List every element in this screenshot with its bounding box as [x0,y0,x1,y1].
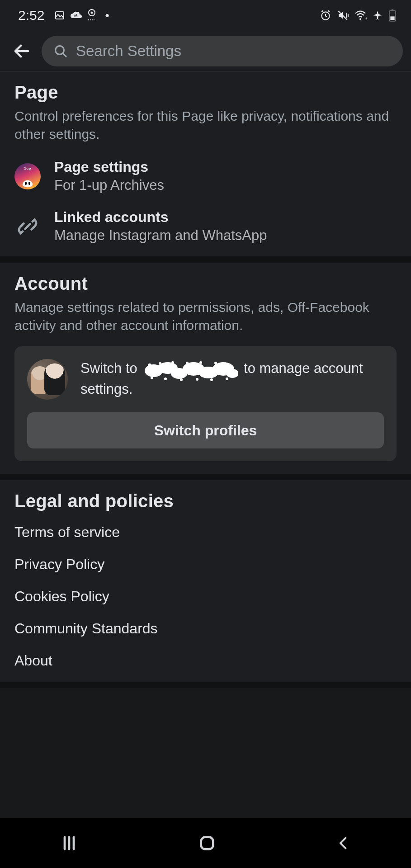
nav-back-button[interactable] [336,834,351,852]
profile-avatar [27,359,68,400]
cookies-policy-link[interactable]: Cookies Policy [14,588,397,605]
search-input[interactable]: Search Settings [42,36,403,66]
linked-accounts-sub: Manage Instagram and WhatsApp [54,227,267,244]
alarm-icon [320,9,331,21]
svg-point-29 [226,377,228,380]
status-right-icons: + [320,9,397,22]
svg-point-21 [186,362,189,364]
vibrate-mute-icon [337,9,349,21]
svg-point-20 [171,361,174,364]
switch-msg-prefix: Switch to [80,360,141,376]
legal-section: Legal and policies Terms of service Priv… [0,480,411,682]
search-placeholder: Search Settings [76,42,181,60]
svg-point-28 [210,378,213,381]
link-icon [16,215,39,238]
wifi-icon: + [354,10,367,20]
linked-accounts-label: Linked accounts [54,209,267,226]
status-bar: 2:52 ⇄ • + [0,0,411,31]
page-section: Page Control preferences for this Page l… [0,71,411,256]
back-button[interactable] [11,40,33,62]
android-nav-bar [0,818,411,868]
battery-icon [388,9,397,22]
svg-point-27 [196,378,198,381]
svg-point-26 [180,378,183,381]
page-avatar-icon: 1up [14,163,41,189]
account-section-subtitle: Manage settings related to permissions, … [14,298,397,335]
svg-point-5 [359,18,361,20]
svg-point-25 [164,377,167,380]
svg-rect-9 [392,9,394,11]
switch-profile-message: Switch to [80,359,384,399]
about-link[interactable]: About [14,652,397,669]
page-settings-label: Page settings [54,159,164,175]
svg-text:⇄: ⇄ [74,13,78,18]
svg-point-24 [151,377,153,379]
home-button[interactable] [198,834,216,852]
switch-profiles-button-label: Switch profiles [154,422,257,439]
svg-point-18 [148,363,151,367]
page-settings-sub: For 1-up Archives [54,177,164,193]
status-time: 2:52 [18,8,44,23]
status-left-icons: ⇄ • [54,9,109,23]
privacy-policy-link[interactable]: Privacy Policy [14,556,397,573]
svg-rect-8 [390,16,394,20]
cloud-sync-icon: ⇄ [70,11,82,20]
search-icon [53,44,68,58]
svg-point-22 [199,361,202,364]
home-icon [198,834,216,852]
page-avatar-label: 1up [24,166,31,170]
page-section-title: Page [14,82,397,103]
recents-button[interactable] [60,834,78,852]
legal-section-title: Legal and policies [14,491,397,511]
linked-accounts-row[interactable]: Linked accounts Manage Instagram and Wha… [14,209,397,244]
svg-point-3 [91,12,93,14]
community-standards-link[interactable]: Community Standards [14,620,397,637]
redacted-name-icon [143,359,238,382]
terms-of-service-link[interactable]: Terms of service [14,524,397,541]
image-icon [54,10,65,21]
switch-profile-card: Switch to [14,346,397,461]
recents-icon [60,834,78,852]
account-section: Account Manage settings related to permi… [0,263,411,474]
page-section-subtitle: Control preferences for this Page like p… [14,107,397,143]
switch-profiles-button[interactable]: Switch profiles [27,412,384,448]
svg-point-23 [214,362,217,364]
account-section-title: Account [14,274,397,294]
svg-text:+: + [365,16,367,20]
arrow-left-icon [12,42,31,61]
svg-rect-30 [201,837,213,849]
airplane-icon [372,10,383,21]
page-settings-row[interactable]: 1up Page settings For 1-up Archives [14,159,397,193]
chevron-left-icon [336,834,351,852]
profile-dot-icon [87,9,97,22]
svg-point-19 [159,362,161,365]
settings-header: Search Settings [0,31,411,71]
